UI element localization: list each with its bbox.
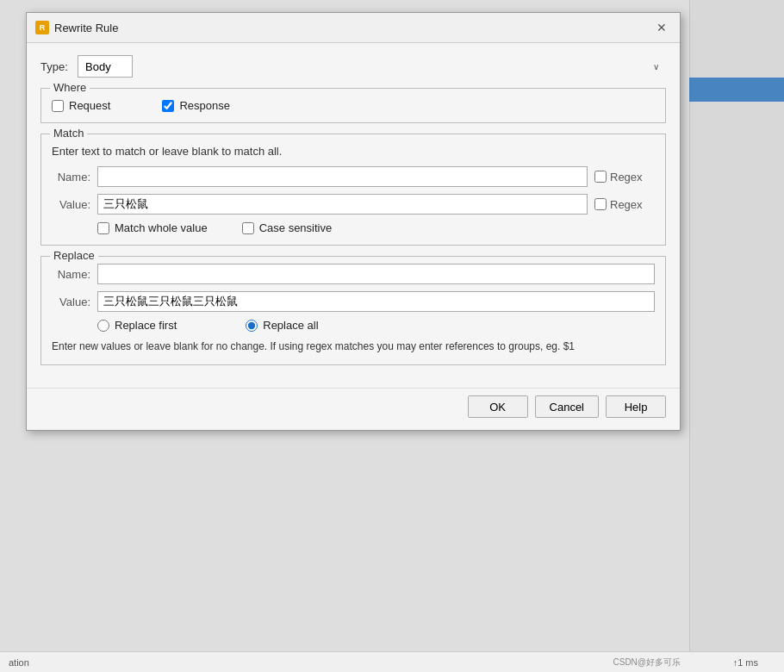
response-checkbox[interactable] — [162, 100, 174, 112]
case-sensitive-label: Case sensitive — [259, 221, 333, 234]
type-select-wrapper: Body — [78, 55, 666, 78]
replace-name-label: Name: — [52, 268, 90, 281]
match-name-label: Name: — [52, 171, 90, 184]
timing-text: ↑1 ms — [733, 657, 758, 668]
case-sensitive-item[interactable]: Case sensitive — [242, 221, 333, 234]
request-label: Request — [69, 99, 110, 112]
replace-radio-row: Replace first Replace all — [52, 319, 655, 332]
match-name-regex-checkbox[interactable] — [594, 171, 607, 183]
where-legend: Where — [50, 81, 90, 94]
replace-all-label: Replace all — [263, 319, 318, 332]
dialog-body: Type: Body Where Request Response — [27, 43, 680, 384]
match-value-input[interactable] — [97, 194, 588, 215]
replace-value-row: Value: — [52, 291, 655, 312]
match-value-regex-label: Regex — [610, 198, 643, 211]
replace-first-label: Replace first — [115, 319, 177, 332]
dialog-icon: R — [35, 21, 49, 34]
match-name-regex-label: Regex — [610, 171, 643, 184]
match-options-row: Match whole value Case sensitive — [52, 221, 655, 234]
replace-legend: Replace — [50, 249, 98, 262]
replace-all-radio[interactable] — [246, 320, 258, 332]
replace-name-input[interactable] — [97, 264, 655, 284]
bottom-left-text: ation — [9, 657, 29, 668]
request-checkbox[interactable] — [52, 100, 64, 112]
replace-first-radio[interactable] — [97, 320, 109, 332]
type-row: Type: Body — [40, 55, 666, 78]
csdn-watermark: CSDN@好多可乐 — [613, 656, 681, 669]
match-name-regex-check: Regex — [594, 171, 655, 184]
match-legend: Match — [50, 127, 87, 140]
close-button[interactable]: ✕ — [652, 18, 671, 37]
match-value-label: Value: — [52, 198, 90, 211]
where-section: Where Request Response — [40, 88, 666, 123]
match-value-regex-check: Regex — [594, 198, 655, 211]
replace-value-input[interactable] — [97, 291, 655, 312]
match-whole-value-label: Match whole value — [115, 221, 208, 234]
dialog-titlebar: R Rewrite Rule ✕ — [27, 13, 680, 43]
dialog-footer: OK Cancel Help — [27, 388, 680, 430]
ok-button[interactable]: OK — [468, 395, 528, 418]
cancel-button[interactable]: Cancel — [535, 395, 599, 418]
match-description: Enter text to match or leave blank to ma… — [52, 145, 655, 158]
help-button[interactable]: Help — [606, 395, 666, 418]
match-name-row: Name: Regex — [52, 166, 655, 187]
match-whole-value-checkbox[interactable] — [97, 222, 109, 234]
case-sensitive-checkbox[interactable] — [242, 222, 254, 234]
request-checkbox-item[interactable]: Request — [52, 99, 110, 112]
dialog-title: Rewrite Rule — [54, 22, 118, 34]
replace-all-item[interactable]: Replace all — [246, 319, 318, 332]
where-row: Request Response — [52, 96, 655, 112]
replace-hint: Enter new values or leave blank for no c… — [52, 339, 655, 354]
replace-name-row: Name: — [52, 264, 655, 284]
type-select[interactable]: Body — [78, 55, 133, 78]
rewrite-rule-dialog: R Rewrite Rule ✕ Type: Body Where Reques… — [26, 12, 681, 431]
match-whole-value-item[interactable]: Match whole value — [97, 221, 208, 234]
replace-section: Replace Name: Value: Replace first Rep — [40, 256, 666, 365]
match-value-regex-checkbox[interactable] — [594, 198, 607, 210]
replace-first-item[interactable]: Replace first — [97, 319, 177, 332]
dialog-title-left: R Rewrite Rule — [35, 21, 118, 34]
match-name-input[interactable] — [97, 166, 588, 187]
match-value-row: Value: Regex — [52, 194, 655, 215]
response-checkbox-item[interactable]: Response — [162, 99, 230, 112]
response-label: Response — [179, 99, 230, 112]
type-label: Type: — [40, 60, 71, 73]
match-section: Match Enter text to match or leave blank… — [40, 134, 666, 246]
replace-value-label: Value: — [52, 296, 90, 308]
